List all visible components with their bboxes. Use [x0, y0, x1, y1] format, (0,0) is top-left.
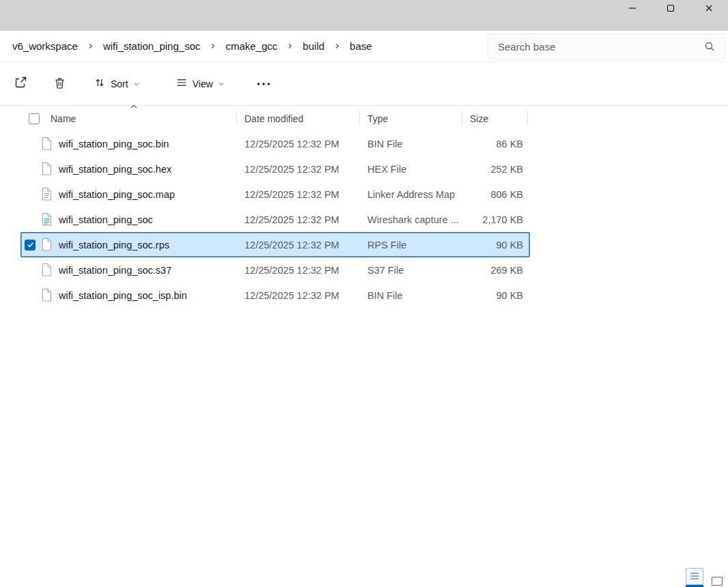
file-type: RPS File	[359, 240, 462, 250]
file-name: wifi_station_ping_soc.s37	[59, 265, 171, 276]
file-icon	[41, 238, 53, 252]
file-name: wifi_station_ping_soc	[59, 214, 153, 225]
command-toolbar: Sort View	[0, 62, 728, 106]
sort-ascending-icon	[130, 104, 138, 109]
breadcrumb-item-base[interactable]: base	[343, 36, 379, 56]
file-type: BIN File	[359, 290, 462, 301]
breadcrumb-chevron-icon	[333, 42, 341, 50]
file-name: wifi_station_ping_soc.bin	[59, 139, 169, 149]
column-divider	[236, 111, 237, 126]
file-date: 12/25/2025 12:32 PM	[236, 214, 359, 225]
file-size: 269 KB	[462, 265, 527, 276]
ellipsis-icon	[256, 78, 271, 89]
trash-icon	[53, 76, 66, 91]
file-size: 90 KB	[462, 290, 527, 301]
breadcrumb-chevron-icon	[87, 42, 94, 50]
file-type: HEX File	[359, 164, 462, 175]
file-name: wifi_station_ping_soc_isp.bin	[59, 290, 187, 301]
view-icon	[176, 76, 188, 91]
details-view-toggle[interactable]	[686, 568, 703, 587]
table-row[interactable]: wifi_station_ping_soc.map 12/25/2025 12:…	[20, 182, 530, 207]
view-button[interactable]: View	[170, 71, 230, 96]
file-size: 252 KB	[462, 164, 527, 175]
file-date: 12/25/2025 12:32 PM	[236, 290, 359, 301]
breadcrumb-chevron-icon	[286, 42, 294, 50]
file-list: Name Date modified Type Size wifi_statio…	[0, 106, 728, 308]
breadcrumb-item-build[interactable]: build	[296, 36, 331, 56]
row-checkbox-checked[interactable]	[25, 240, 36, 250]
file-icon	[41, 162, 53, 176]
title-bar	[0, 0, 728, 31]
search-input[interactable]	[488, 41, 704, 53]
search-icon[interactable]	[704, 41, 715, 52]
column-header-type[interactable]: Type	[359, 113, 462, 124]
file-size: 2,170 KB	[462, 214, 527, 225]
share-button[interactable]	[7, 70, 34, 97]
address-bar: v6_workspace wifi_station_ping_soc cmake…	[0, 31, 728, 62]
file-date: 12/25/2025 12:32 PM	[236, 265, 359, 276]
table-row[interactable]: wifi_station_ping_soc.bin 12/25/2025 12:…	[20, 131, 530, 156]
details-view-icon	[690, 571, 699, 583]
column-header-date[interactable]: Date modified	[236, 113, 359, 124]
breadcrumb-item-project[interactable]: wifi_station_ping_soc	[96, 36, 208, 56]
table-row[interactable]: wifi_station_ping_soc.hex 12/25/2025 12:…	[20, 156, 530, 182]
file-icon	[41, 263, 53, 277]
file-date: 12/25/2025 12:32 PM	[236, 164, 359, 175]
view-label: View	[193, 78, 213, 89]
close-button[interactable]	[690, 0, 728, 16]
sort-label: Sort	[111, 78, 128, 89]
more-options-button[interactable]	[249, 73, 278, 95]
column-header-size[interactable]: Size	[462, 113, 527, 124]
minimize-button[interactable]	[613, 0, 652, 16]
file-icon	[41, 288, 53, 302]
file-size: 806 KB	[462, 189, 527, 200]
file-date: 12/25/2025 12:32 PM	[236, 240, 359, 250]
breadcrumb-chevron-icon	[209, 42, 216, 50]
file-type: Linker Address Map	[359, 189, 462, 200]
file-icon	[41, 137, 53, 151]
sort-icon	[94, 76, 106, 91]
chevron-down-icon	[218, 78, 225, 89]
window-controls	[613, 0, 728, 16]
delete-button[interactable]	[46, 71, 73, 97]
column-headers: Name Date modified Type Size	[20, 106, 530, 131]
column-divider	[359, 111, 360, 126]
column-divider	[527, 111, 528, 126]
table-row[interactable]: wifi_station_ping_soc.s37 12/25/2025 12:…	[20, 257, 530, 283]
file-date: 12/25/2025 12:32 PM	[236, 189, 359, 200]
column-divider	[462, 111, 462, 126]
document-icon	[41, 187, 53, 201]
file-type: BIN File	[359, 139, 462, 149]
chevron-down-icon	[133, 78, 140, 89]
file-type: S37 File	[359, 265, 462, 276]
file-type: Wireshark capture ...	[359, 214, 462, 225]
file-name: wifi_station_ping_soc.map	[59, 189, 175, 200]
file-name: wifi_station_ping_soc.hex	[59, 164, 171, 175]
file-size: 90 KB	[462, 240, 527, 250]
file-date: 12/25/2025 12:32 PM	[236, 139, 359, 149]
breadcrumb-item-workspace[interactable]: v6_workspace	[5, 36, 85, 56]
select-all-checkbox[interactable]	[29, 113, 40, 124]
file-name: wifi_station_ping_soc.rps	[59, 240, 169, 250]
wireshark-capture-icon	[41, 212, 53, 227]
breadcrumb-item-cmake-gcc[interactable]: cmake_gcc	[219, 36, 284, 56]
share-icon	[14, 76, 27, 91]
table-row-selected[interactable]: wifi_station_ping_soc.rps 12/25/2025 12:…	[20, 232, 530, 257]
table-row[interactable]: wifi_station_ping_soc_isp.bin 12/25/2025…	[20, 283, 530, 308]
maximize-button[interactable]	[652, 0, 690, 16]
column-header-name[interactable]: Name	[41, 113, 236, 124]
table-row[interactable]: wifi_station_ping_soc 12/25/2025 12:32 P…	[20, 207, 530, 232]
view-mode-toggles	[686, 568, 723, 587]
large-icons-view-toggle[interactable]	[712, 577, 723, 586]
file-size: 86 KB	[462, 139, 527, 149]
sort-button[interactable]: Sort	[88, 71, 145, 96]
search-box	[488, 33, 725, 59]
